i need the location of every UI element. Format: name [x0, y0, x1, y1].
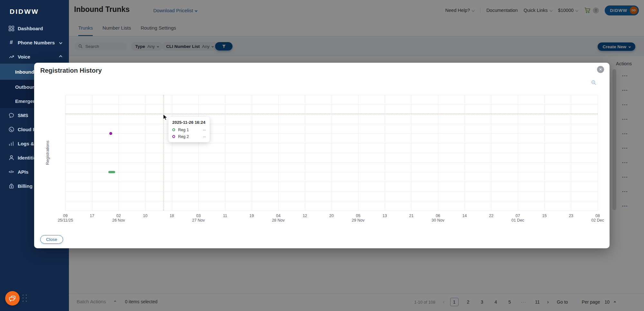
x-tick-label: 20	[329, 214, 334, 218]
live-chat-button[interactable]	[5, 291, 20, 306]
gridline	[65, 114, 598, 114]
tooltip-row: Reg 2--	[172, 134, 206, 139]
gridline	[65, 143, 598, 143]
x-tick-label: 19	[250, 214, 254, 218]
x-tick-label: 18	[170, 214, 174, 218]
cloud-phone-icon	[8, 126, 15, 133]
gridline	[65, 105, 598, 105]
person-icon	[8, 154, 15, 161]
x-tick-label: 17	[90, 214, 94, 218]
zoom-out-icon[interactable]	[591, 80, 596, 87]
registration-history-modal: Registration History ✕ Registrations 202…	[34, 63, 610, 248]
x-tick-label: 0428 Nov	[272, 214, 285, 223]
x-tick-label: 0226 Nov	[112, 214, 125, 223]
x-tick-label: 0529 Nov	[352, 214, 365, 223]
series-name: Reg 2	[178, 134, 189, 139]
gridline	[598, 95, 598, 211]
billing-icon: $	[8, 182, 15, 189]
x-tick-label: 0925/11/25	[58, 214, 73, 223]
modal-close-icon[interactable]: ✕	[597, 66, 604, 73]
didww-logo: DIDWW	[0, 0, 69, 21]
x-tick-label: 0327 Nov	[192, 214, 205, 223]
gridline	[65, 191, 598, 192]
series-value: --	[203, 128, 206, 132]
tooltip-rows: Reg 1--Reg 2--	[172, 128, 206, 139]
code-icon: </>	[8, 168, 15, 175]
hash-icon: #	[8, 39, 15, 46]
svg-text:$: $	[11, 186, 12, 188]
x-tick-label: 22	[489, 214, 493, 218]
x-tick-label: 14	[462, 214, 467, 218]
gridline	[65, 172, 598, 172]
x-tick-label: 0701 Dec	[511, 214, 524, 223]
tooltip-timestamp: 2025-11-26 16:24	[172, 120, 206, 125]
chevron-down-icon	[59, 41, 62, 44]
x-tick-label: 13	[383, 214, 387, 218]
sidebar-item-voice[interactable]: Voice	[0, 50, 69, 64]
sidebar-item-label: Voice	[18, 54, 30, 59]
data-point-reg-1	[108, 171, 115, 173]
gridline	[65, 124, 598, 124]
x-tick-label: 10	[143, 214, 147, 218]
gridline	[65, 182, 598, 182]
x-tick-label: 0802 Dec	[591, 214, 604, 223]
sidebar-item-dashboard[interactable]: Dashboard	[0, 21, 69, 35]
x-tick-label: 0630 Nov	[431, 214, 444, 223]
gridline	[65, 133, 598, 134]
dashboard-grid-icon	[8, 25, 15, 32]
sidebar-item-label: Billing	[18, 183, 33, 189]
chat-icon	[9, 295, 16, 302]
chart-tooltip: 2025-11-26 16:24 Reg 1--Reg 2--	[168, 117, 210, 142]
series-name: Reg 1	[178, 128, 189, 132]
series-value: --	[203, 134, 206, 139]
chevron-up-icon	[59, 55, 62, 58]
logs-icon	[8, 140, 15, 147]
sidebar-item-label: Dashboard	[18, 26, 43, 31]
gridline	[65, 95, 598, 95]
close-button[interactable]: Close	[40, 235, 63, 244]
modal-title: Registration History	[40, 67, 102, 74]
registration-chart[interactable]: 2025-11-26 16:24 Reg 1--Reg 2-- 0925/11/…	[65, 95, 598, 211]
sidebar-item-label: SMS	[18, 113, 28, 118]
widget-drag-handle-icon[interactable]	[23, 295, 27, 302]
x-tick-label: 15	[542, 214, 547, 218]
series-ring-icon	[172, 135, 175, 138]
sms-icon	[8, 112, 15, 119]
x-tick-label: 23	[569, 214, 573, 218]
x-tick-label: 12	[303, 214, 307, 218]
gridline	[65, 201, 598, 201]
y-axis-label: Registrations	[45, 141, 50, 165]
sidebar-item-label: APIs	[18, 169, 28, 175]
tooltip-row: Reg 1--	[172, 128, 206, 132]
gridline	[65, 153, 598, 153]
crosshair-horizontal	[65, 114, 598, 114]
sidebar-item-label: Phone Numbers	[18, 40, 55, 45]
x-tick-label: 21	[409, 214, 413, 218]
series-ring-icon	[172, 128, 175, 131]
mouse-cursor	[163, 114, 168, 121]
data-point-reg-2	[109, 132, 112, 135]
gridline	[65, 211, 598, 211]
voice-icon	[8, 53, 15, 60]
gridline	[65, 162, 598, 163]
sidebar-item-phone-numbers[interactable]: #Phone Numbers	[0, 35, 69, 50]
x-tick-label: 11	[223, 214, 227, 218]
crosshair-vertical	[163, 95, 164, 211]
